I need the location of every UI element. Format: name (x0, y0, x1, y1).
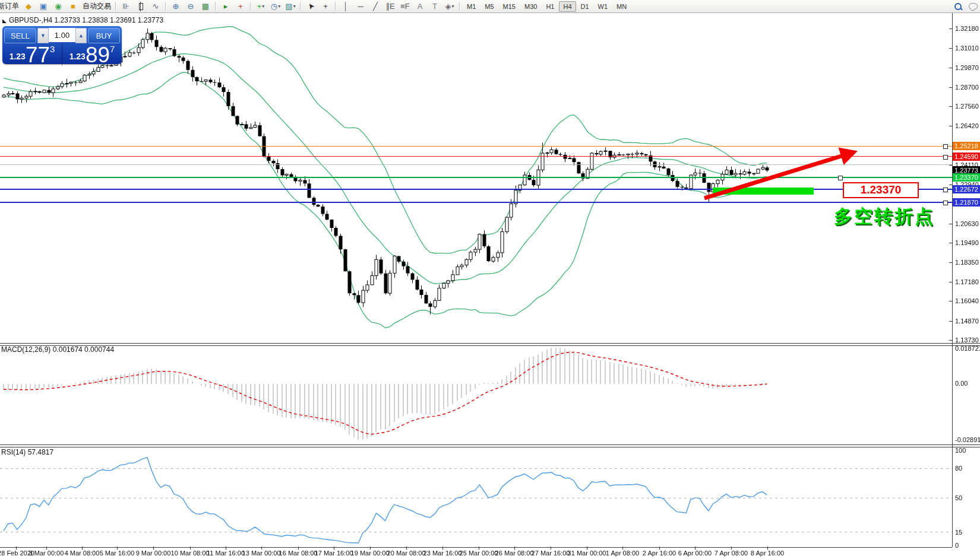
timeframe-m30[interactable]: M30 (520, 1, 541, 12)
pivot-annotation-text[interactable]: 多空转折点 (834, 204, 935, 229)
support-line-2[interactable] (0, 202, 952, 203)
price-axis-badge: 1.23370 (953, 173, 980, 182)
price-axis-badge: 1.25218 (953, 142, 980, 150)
rsi-level-line (0, 532, 952, 532)
autotrade-folder-icon[interactable]: ■ (66, 1, 80, 12)
time-axis-label: 7 Apr 08:00 (715, 550, 748, 557)
chart-window: ◣GBPUSD-,H4 1.23733 1.23838 1.23691 1.23… (0, 13, 980, 559)
price-axis-tick: 1.19490 (955, 239, 979, 246)
rsi-axis-label: 50 (955, 494, 962, 501)
tile-windows-icon[interactable]: ▦ (198, 1, 213, 12)
top-toolbar: 新订单◆▣◉■自动交易⊪∿⊕⊖▦▸++▾◷▾▨▾➤+│─╱∥E≡FAT◈▾M1M… (0, 0, 980, 13)
resistance-line-1[interactable] (0, 146, 952, 147)
price-axis-frame[interactable] (952, 13, 953, 547)
macd-pane-separator[interactable] (0, 343, 980, 346)
timeframe-w1[interactable]: W1 (594, 1, 612, 12)
fibonacci-icon[interactable]: ≡F (398, 1, 412, 12)
time-axis-label: 10 Mar 08:00 (171, 550, 210, 557)
time-axis-label: 2 Apr 16:00 (643, 550, 676, 557)
cursor-icon[interactable]: ➤ (304, 1, 318, 12)
toolbar-separator (459, 2, 460, 11)
timeframe-h4[interactable]: H4 (559, 1, 576, 12)
period-icon[interactable]: ◷▾ (268, 1, 283, 12)
time-axis-label: 31 Mar 00:00 (568, 550, 606, 557)
timeframe-m15[interactable]: M15 (499, 1, 520, 12)
crosshair-icon[interactable]: + (318, 1, 333, 12)
time-axis-label: 1 Apr 08:00 (606, 550, 639, 557)
resistance-line-2-handle[interactable] (943, 155, 948, 160)
pivot-line-green[interactable] (0, 177, 952, 178)
time-axis-label: 17 Mar 16:00 (315, 550, 353, 557)
support-line-2-handle[interactable] (943, 201, 948, 205)
green-highlight-band[interactable] (713, 188, 814, 195)
time-axis-label: 13 Mar 00:00 (242, 550, 281, 557)
zoom-out-icon[interactable]: ⊖ (184, 1, 198, 12)
timeframe-d1[interactable]: D1 (577, 1, 593, 12)
shapes-icon[interactable]: ◈▾ (442, 1, 457, 12)
new-order-button[interactable]: 新订单 (0, 1, 21, 12)
macd-label: MACD(12,26,9) 0.001674 0.000744 (1, 345, 114, 354)
chat-icon[interactable] (966, 1, 980, 12)
time-axis-label: 4 Mar 08:00 (65, 550, 100, 557)
time-axis-label: 16 Mar 08:00 (279, 550, 318, 557)
template-icon[interactable]: ▨▾ (283, 1, 298, 12)
sell-price: 1.23773 (2, 44, 62, 66)
buy-price: 1.23897 (62, 44, 122, 66)
resistance-line-1-handle[interactable] (943, 144, 948, 149)
one-click-trade-panel: SELL ▼ ▲ BUY 1.23773 1.23897 (2, 26, 122, 64)
timeframe-mn[interactable]: MN (612, 1, 631, 12)
sell-button[interactable]: SELL (4, 28, 36, 43)
volume-input[interactable] (49, 28, 75, 42)
rsi-pane-separator[interactable] (0, 444, 980, 447)
toolbar-separator (215, 2, 216, 11)
price-axis-tick: 1.17180 (955, 278, 979, 285)
volume-increase-button[interactable]: ▲ (75, 28, 87, 43)
rsi-axis-label: 80 (955, 465, 962, 472)
search-icon[interactable] (951, 1, 965, 12)
toolbar-separator (335, 2, 336, 11)
signal-icon[interactable]: ◉ (51, 1, 65, 12)
text-icon[interactable]: A (413, 1, 427, 12)
support-line-1-handle[interactable] (943, 188, 948, 192)
price-axis-tick: 1.26420 (955, 122, 979, 129)
buy-button[interactable]: BUY (88, 28, 120, 43)
rsi-level-line (0, 468, 952, 469)
time-axis-label: 8 Apr 16:00 (751, 550, 784, 557)
chart-shift-icon[interactable]: + (233, 1, 248, 12)
time-axis-label: 20 Mar 08:00 (387, 550, 426, 557)
trendline-icon[interactable]: ╱ (368, 1, 382, 12)
timeframe-m5[interactable]: M5 (480, 1, 498, 12)
gray-line[interactable] (0, 164, 952, 165)
price-axis-tick: 1.28700 (955, 84, 979, 91)
bar-chart-icon[interactable]: ⊪ (119, 1, 133, 12)
chart-title: GBPUSD-,H4 1.23733 1.23838 1.23691 1.237… (9, 16, 163, 24)
timeframe-m1[interactable]: M1 (463, 1, 480, 12)
price-axis-tick: 1.31010 (955, 45, 979, 52)
horizontal-line-icon[interactable]: ─ (353, 1, 368, 12)
autotrading-button[interactable]: 自动交易 (81, 1, 113, 12)
vertical-line-icon[interactable]: │ (339, 1, 353, 12)
price-axis-badge: 1.21870 (953, 198, 980, 207)
symbol-info-bar: ◣GBPUSD-,H4 1.23733 1.23838 1.23691 1.23… (2, 16, 163, 24)
terminal-icon[interactable]: ▣ (36, 1, 50, 12)
time-axis-frame[interactable] (0, 547, 952, 548)
time-axis-label: 5 Mar 16:00 (100, 550, 135, 557)
add-indicator-icon[interactable]: +▾ (254, 1, 268, 12)
channel-icon[interactable]: ∥E (383, 1, 397, 12)
price-axis-tick: 1.20630 (955, 220, 979, 227)
candlestick-chart-icon[interactable] (134, 1, 148, 12)
gold-tag-icon[interactable]: ◆ (21, 1, 36, 12)
chart-marker-icon: ◣ (2, 18, 7, 24)
timeframe-h1[interactable]: H1 (542, 1, 558, 12)
price-callout-label[interactable]: 1.23370 (843, 182, 919, 198)
autoscroll-icon[interactable]: ▸ (219, 1, 233, 12)
resistance-line-2[interactable] (0, 156, 952, 157)
price-chart-canvas[interactable] (0, 13, 980, 559)
line-chart-icon[interactable]: ∿ (148, 1, 163, 12)
zoom-in-icon[interactable]: ⊕ (169, 1, 183, 12)
time-axis-label: 27 Mar 16:00 (532, 550, 570, 557)
text-label-icon[interactable]: T (428, 1, 442, 12)
pivot-line-green-handle[interactable] (838, 176, 843, 180)
rsi-label: RSI(14) 57.4817 (1, 448, 53, 456)
volume-decrease-button[interactable]: ▼ (37, 28, 49, 43)
